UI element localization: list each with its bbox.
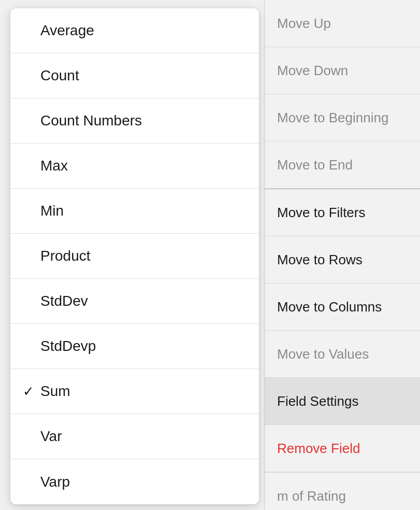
- menu-item-stddevp[interactable]: StdDevp: [10, 324, 259, 369]
- checkmark-varp: [23, 474, 38, 490]
- move-to-filters-label: Move to Filters: [277, 205, 366, 221]
- move-up-label: Move Up: [277, 16, 331, 32]
- move-to-columns-label: Move to Columns: [277, 299, 382, 315]
- move-to-end-label: Move to End: [277, 157, 353, 173]
- move-to-beginning-label: Move to Beginning: [277, 110, 388, 126]
- label-stddev: StdDev: [40, 293, 88, 309]
- move-to-values-label: Move to Values: [277, 346, 369, 362]
- menu-item-product[interactable]: Product: [10, 234, 259, 279]
- menu-item-min[interactable]: Min: [10, 189, 259, 234]
- menu-move-to-columns[interactable]: Move to Columns: [265, 284, 420, 331]
- menu-move-to-beginning[interactable]: Move to Beginning: [265, 94, 420, 141]
- label-stddevp: StdDevp: [40, 338, 96, 355]
- left-panel: Average Count Count Numbers Max Min: [0, 0, 264, 510]
- menu-remove-field[interactable]: Remove Field: [265, 425, 420, 472]
- move-to-rows-label: Move to Rows: [277, 252, 363, 268]
- label-max: Max: [40, 158, 68, 174]
- menu-move-down[interactable]: Move Down: [265, 47, 420, 94]
- checkmark-stddev: [23, 293, 38, 309]
- checkmark-min: [23, 203, 38, 219]
- checkmark-var: [23, 429, 38, 445]
- label-sum: Sum: [40, 383, 70, 400]
- checkmark-count-numbers: [23, 113, 38, 129]
- sum-of-rating-label: m of Rating: [265, 472, 420, 510]
- menu-field-settings[interactable]: Field Settings: [265, 378, 420, 425]
- checkmark-product: [23, 248, 38, 264]
- label-var: Var: [40, 428, 62, 445]
- menu-item-max[interactable]: Max: [10, 144, 259, 189]
- menu-move-to-end[interactable]: Move to End: [265, 141, 420, 189]
- label-varp: Varp: [40, 474, 70, 490]
- menu-item-average[interactable]: Average: [10, 8, 259, 53]
- checkmark-stddevp: [23, 338, 38, 355]
- sum-of-rating-text: m of Rating: [277, 488, 346, 504]
- aggregation-dropdown: Average Count Count Numbers Max Min: [10, 8, 259, 504]
- label-count: Count: [40, 67, 79, 84]
- menu-move-to-rows[interactable]: Move to Rows: [265, 236, 420, 284]
- checkmark-sum: ✓: [23, 384, 38, 400]
- label-product: Product: [40, 248, 91, 264]
- menu-item-stddev[interactable]: StdDev: [10, 279, 259, 324]
- checkmark-count: [23, 68, 38, 84]
- label-average: Average: [40, 22, 94, 39]
- menu-item-sum[interactable]: ✓ Sum: [10, 369, 259, 414]
- menu-move-to-filters[interactable]: Move to Filters: [265, 189, 420, 236]
- main-container: Average Count Count Numbers Max Min: [0, 0, 420, 510]
- checkmark-max: [23, 158, 38, 174]
- menu-item-count-numbers[interactable]: Count Numbers: [10, 98, 259, 144]
- field-settings-label: Field Settings: [277, 393, 359, 409]
- menu-move-up[interactable]: Move Up: [265, 0, 420, 47]
- menu-item-varp[interactable]: Varp: [10, 459, 259, 504]
- move-down-label: Move Down: [277, 63, 348, 79]
- checkmark-average: [23, 23, 38, 39]
- menu-item-count[interactable]: Count: [10, 53, 259, 98]
- right-context-menu: Move Up Move Down Move to Beginning Move…: [264, 0, 420, 510]
- remove-field-label: Remove Field: [277, 441, 360, 457]
- label-count-numbers: Count Numbers: [40, 112, 142, 129]
- menu-item-var[interactable]: Var: [10, 414, 259, 459]
- menu-move-to-values[interactable]: Move to Values: [265, 331, 420, 378]
- label-min: Min: [40, 203, 64, 219]
